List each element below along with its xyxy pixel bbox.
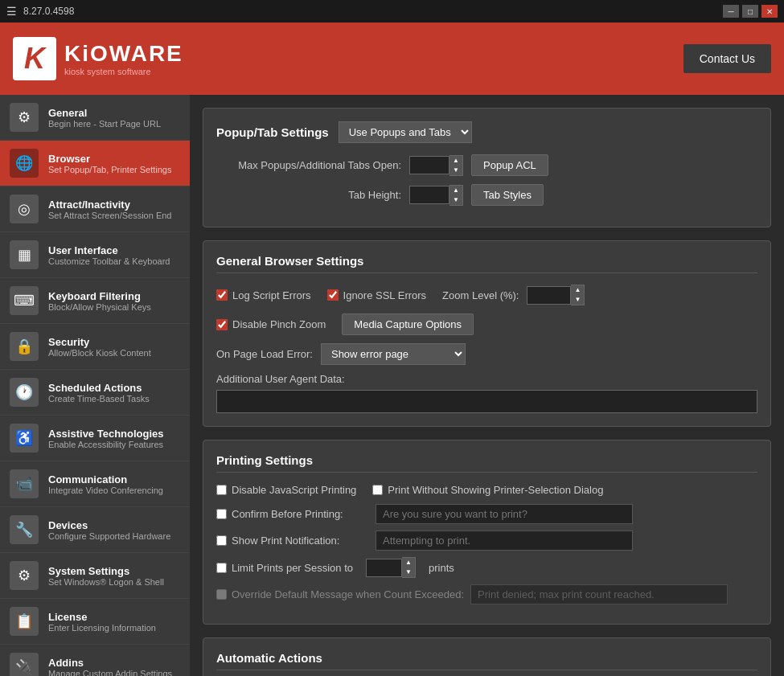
sidebar-item-system[interactable]: ⚙ System Settings Set Windows® Logon & S… [0, 553, 190, 599]
disable-js-printing-check[interactable]: Disable JavaScript Printing [216, 484, 356, 496]
auto-actions-title: Automatic Actions [216, 651, 757, 670]
zoom-spinbox[interactable]: 100 ▲ ▼ [527, 285, 585, 305]
tab-styles-button[interactable]: Tab Styles [471, 184, 544, 206]
brand-tagline: kiosk system software [64, 67, 183, 76]
limit-prints-checkbox[interactable] [216, 563, 227, 573]
limit-prints-input[interactable]: 10 [366, 559, 402, 577]
tab-height-up[interactable]: ▲ [449, 186, 462, 195]
ignore-ssl-label: Ignore SSL Errors [343, 289, 427, 301]
sidebar-sub-ui: Customize Toolbar & Keyboard [48, 256, 170, 266]
printing-title: Printing Settings [216, 453, 757, 473]
override-row: Override Default Message when Count Exce… [216, 584, 757, 604]
sidebar-sub-keyboard: Block/Allow Physical Keys [48, 302, 151, 312]
sidebar-item-addins[interactable]: 🔌 Addins Manage Custom Addin Settings [0, 645, 190, 676]
sidebar-item-devices[interactable]: 🔧 Devices Configure Supported Hardware [0, 507, 190, 553]
devices-icon: 🔧 [10, 515, 39, 544]
popup-tab-header: Popup/Tab Settings Use Popups and Tabs U… [216, 121, 757, 143]
show-notification-input[interactable] [376, 531, 633, 551]
sidebar-item-security[interactable]: 🔒 Security Allow/Block Kiosk Content [0, 324, 190, 370]
ignore-ssl-checkbox[interactable] [327, 289, 339, 301]
maximize-button[interactable]: □ [742, 5, 758, 18]
sidebar-sub-system: Set Windows® Logon & Shell [48, 577, 164, 587]
disable-pinch-checkbox[interactable] [216, 319, 228, 330]
sidebar-label-general: General [48, 107, 161, 119]
limit-prints-label: Limit Prints per Session to [232, 562, 353, 574]
override-input[interactable] [470, 584, 728, 604]
media-capture-button[interactable]: Media Capture Options [342, 313, 474, 335]
minimize-button[interactable]: ─ [723, 5, 739, 18]
show-notification-checkbox[interactable] [216, 535, 227, 546]
disable-js-printing-label: Disable JavaScript Printing [232, 484, 356, 496]
browser-checks-row2: Disable Pinch Zoom Media Capture Options [216, 313, 757, 335]
titlebar: ☰ 8.27.0.4598 ─ □ ✕ [0, 0, 784, 23]
zoom-input[interactable]: 100 [527, 286, 571, 305]
zoom-down[interactable]: ▼ [571, 295, 584, 305]
sidebar-item-scheduled[interactable]: 🕐 Scheduled Actions Create Time-Based Ta… [0, 370, 190, 416]
max-popups-up[interactable]: ▲ [449, 156, 462, 166]
general-browser-title: General Browser Settings [216, 254, 757, 273]
disable-js-printing-checkbox[interactable] [216, 485, 227, 495]
confirm-before-checkbox[interactable] [216, 509, 227, 519]
print-without-dialog-checkbox[interactable] [372, 485, 383, 495]
tab-height-spinbox[interactable]: 35 ▲ ▼ [409, 185, 463, 206]
sidebar-sub-communication: Integrate Video Conferencing [48, 485, 163, 495]
print-without-dialog-check[interactable]: Print Without Showing Printer-Selection … [372, 484, 603, 496]
sidebar-item-general[interactable]: ⚙ General Begin here - Start Page URL [0, 95, 190, 141]
sidebar-label-assistive: Assistive Technologies [48, 428, 164, 440]
limit-prints-up[interactable]: ▲ [402, 558, 415, 567]
sidebar-item-attract[interactable]: ◎ Attract/Inactivity Set Attract Screen/… [0, 186, 190, 232]
sidebar-label-system: System Settings [48, 565, 164, 577]
sidebar-item-keyboard[interactable]: ⌨ Keyboard Filtering Block/Allow Physica… [0, 278, 190, 324]
confirm-before-check[interactable]: Confirm Before Printing: [216, 508, 369, 520]
sidebar-sub-security: Allow/Block Kiosk Content [48, 348, 151, 358]
max-popups-row: Max Popups/Additional Tabs Open: 5 ▲ ▼ P… [216, 154, 757, 176]
error-select[interactable]: Show error page Redirect to home Do noth… [321, 343, 466, 365]
limit-prints-check[interactable]: Limit Prints per Session to [216, 562, 353, 574]
zoom-up[interactable]: ▲ [571, 285, 584, 295]
content-area: Popup/Tab Settings Use Popups and Tabs U… [190, 95, 784, 676]
app-version: 8.27.0.4598 [23, 6, 74, 17]
limit-prints-down[interactable]: ▼ [402, 567, 415, 577]
security-icon: 🔒 [10, 332, 39, 361]
max-popups-down[interactable]: ▼ [449, 166, 462, 175]
logo-box: K [13, 37, 56, 80]
popup-mode-select[interactable]: Use Popups and Tabs Use Popups Only Use … [339, 121, 472, 143]
log-script-errors-check[interactable]: Log Script Errors [216, 289, 311, 301]
zoom-row: Zoom Level (%): 100 ▲ ▼ [442, 285, 585, 305]
ignore-ssl-check[interactable]: Ignore SSL Errors [327, 289, 427, 301]
tab-height-down[interactable]: ▼ [449, 195, 462, 205]
communication-icon: 📹 [10, 469, 39, 498]
sidebar-item-assistive[interactable]: ♿ Assistive Technologies Enable Accessib… [0, 416, 190, 461]
disable-pinch-check[interactable]: Disable Pinch Zoom [216, 318, 326, 330]
confirm-before-row: Confirm Before Printing: [216, 504, 757, 524]
auto-actions-section: Automatic Actions KioWare can be configu… [203, 637, 771, 676]
sidebar-item-communication[interactable]: 📹 Communication Integrate Video Conferen… [0, 461, 190, 507]
brand-name: KiOWARE [64, 41, 183, 67]
main-layout: ⚙ General Begin here - Start Page URL 🌐 … [0, 95, 784, 676]
prints-suffix-label: prints [429, 562, 454, 574]
sidebar-item-license[interactable]: 📋 License Enter Licensing Information [0, 599, 190, 645]
tab-height-input[interactable]: 35 [409, 186, 449, 204]
browser-checks-row1: Log Script Errors Ignore SSL Errors Zoom… [216, 285, 757, 305]
max-popups-spinbox[interactable]: 5 ▲ ▼ [409, 155, 463, 176]
sidebar-item-ui[interactable]: ▦ User Interface Customize Toolbar & Key… [0, 232, 190, 278]
sidebar-item-browser[interactable]: 🌐 Browser Set Popup/Tab, Printer Setting… [0, 141, 190, 186]
hamburger-icon[interactable]: ☰ [6, 5, 17, 18]
agent-input[interactable] [216, 390, 757, 413]
limit-prints-spinbox[interactable]: 10 ▲ ▼ [366, 557, 416, 578]
log-script-errors-checkbox[interactable] [216, 289, 228, 301]
close-button[interactable]: ✕ [761, 5, 778, 18]
max-popups-input[interactable]: 5 [409, 156, 449, 174]
override-check[interactable]: Override Default Message when Count Exce… [216, 588, 464, 600]
printing-section: Printing Settings Disable JavaScript Pri… [203, 440, 771, 625]
assistive-icon: ♿ [10, 424, 39, 453]
sidebar-label-devices: Devices [48, 519, 170, 531]
printing-checks-row1: Disable JavaScript Printing Print Withou… [216, 484, 757, 496]
popup-acl-button[interactable]: Popup ACL [471, 154, 548, 176]
show-notification-check[interactable]: Show Print Notification: [216, 535, 369, 547]
contact-button[interactable]: Contact Us [683, 44, 771, 73]
confirm-before-input[interactable] [376, 504, 633, 524]
header: K KiOWARE kiosk system software Contact … [0, 23, 784, 95]
limit-prints-row: Limit Prints per Session to 10 ▲ ▼ print… [216, 557, 757, 578]
tab-height-row: Tab Height: 35 ▲ ▼ Tab Styles [216, 184, 757, 206]
